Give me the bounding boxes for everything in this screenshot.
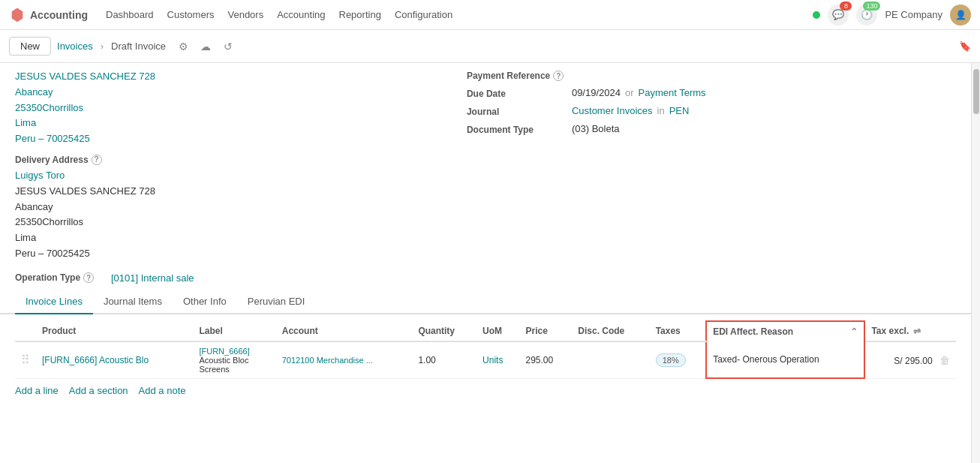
- currency-value: PEN: [669, 105, 690, 116]
- main-menu: Dashboard Customers Vendors Accounting R…: [106, 9, 452, 20]
- delivery-zip-city: 25350Chorrillos: [15, 215, 452, 230]
- settings-icon[interactable]: ⚙: [175, 38, 191, 55]
- app-logo[interactable]: Accounting: [9, 7, 88, 23]
- journal-label: Journal: [467, 105, 572, 117]
- disc-code-cell: [572, 341, 649, 379]
- menu-vendors[interactable]: Vendors: [227, 9, 263, 20]
- new-button[interactable]: New: [9, 37, 51, 56]
- edi-chevron-icon[interactable]: ⌃: [850, 326, 858, 337]
- left-column: JESUS VALDES SANCHEZ 728 Abancay 25350Ch…: [15, 69, 467, 268]
- tax-excl-value: S/ 295.00: [894, 356, 932, 366]
- address-line2: 25350Chorrillos: [15, 101, 452, 116]
- add-section-link[interactable]: Add a section: [69, 385, 128, 396]
- table-row: ⠿ [FURN_6666] Acoustic Blo [FURN_6666] A…: [15, 341, 956, 379]
- messages-button[interactable]: 💬 8: [828, 5, 849, 26]
- delivery-address-label: Delivery Address ?: [15, 155, 452, 165]
- operation-type-value[interactable]: [0101] Internal sale: [111, 272, 194, 284]
- menu-customers[interactable]: Customers: [167, 9, 215, 20]
- tax-excl-cell: S/ 295.00 🗑: [864, 341, 956, 379]
- payment-ref-help-icon[interactable]: ?: [553, 71, 564, 81]
- vertical-scrollbar[interactable]: [971, 63, 980, 463]
- delivery-address-lines: Luigys Toro JESUS VALDES SANCHEZ 728 Aba…: [15, 168, 452, 262]
- breadcrumb-icons: ⚙ ☁ ↺: [175, 38, 236, 55]
- messages-badge: 8: [840, 2, 852, 11]
- tax-badge[interactable]: 18%: [656, 353, 686, 367]
- disc-code-header: Disc. Code: [572, 321, 649, 341]
- menu-configuration[interactable]: Configuration: [395, 9, 452, 20]
- user-avatar[interactable]: 👤: [950, 5, 971, 26]
- breadcrumb-separator: ›: [101, 41, 104, 52]
- doc-type-row: Document Type (03) Boleta: [467, 123, 956, 135]
- label-line2: Acoustic Bloc: [199, 356, 269, 365]
- account-cell[interactable]: 7012100 Merchandise ...: [276, 341, 413, 379]
- delivery-street: JESUS VALDES SANCHEZ 728: [15, 184, 452, 200]
- tab-other-info[interactable]: Other Info: [173, 290, 237, 314]
- clock-icon: 🕐: [861, 9, 873, 20]
- form-top: JESUS VALDES SANCHEZ 728 Abancay 25350Ch…: [0, 63, 971, 272]
- address-line4: Peru – 70025425: [15, 131, 452, 147]
- edi-reason-cell[interactable]: Taxed- Onerous Operation: [706, 341, 864, 379]
- payment-terms-link[interactable]: Payment Terms: [639, 87, 706, 98]
- drag-col-header: [15, 321, 36, 341]
- bookmark-icon[interactable]: 🔖: [959, 41, 971, 52]
- product-header: Product: [36, 321, 193, 341]
- content-area: JESUS VALDES SANCHEZ 728 Abancay 25350Ch…: [0, 63, 971, 463]
- account-header: Account: [276, 321, 413, 341]
- breadcrumb-bar: New Invoices › Draft Invoice ⚙ ☁ ↺ 🔖: [0, 30, 980, 63]
- tabs-bar: Invoice Lines Journal Items Other Info P…: [0, 290, 971, 314]
- delivery-address-block: Delivery Address ? Luigys Toro JESUS VAL…: [15, 155, 452, 262]
- doc-type-label: Document Type: [467, 123, 572, 135]
- menu-accounting[interactable]: Accounting: [277, 9, 325, 20]
- cloud-icon[interactable]: ☁: [197, 38, 214, 55]
- in-text: in: [657, 105, 665, 116]
- drag-handle-cell[interactable]: ⠿: [15, 341, 36, 379]
- label-cell: [FURN_6666] Acoustic Bloc Screens: [193, 341, 275, 379]
- delivery-country: Peru – 70025425: [15, 246, 452, 262]
- edi-reason-header: EDI Affect. Reason ⌃: [706, 321, 864, 341]
- label-header: Label: [193, 321, 275, 341]
- delete-row-icon[interactable]: 🗑: [939, 354, 950, 366]
- tax-excl-settings-icon[interactable]: ⇌: [913, 326, 921, 336]
- due-date-label: Due Date: [467, 87, 572, 99]
- uom-cell[interactable]: Units: [476, 341, 519, 379]
- payment-ref-label: Payment Reference ?: [467, 69, 572, 81]
- breadcrumb-parent[interactable]: Invoices: [57, 41, 93, 52]
- doc-type-value[interactable]: (03) Boleta: [572, 123, 620, 134]
- journal-value[interactable]: Customer Invoices: [572, 105, 653, 116]
- menu-dashboard[interactable]: Dashboard: [106, 9, 154, 20]
- add-links-row: Add a line Add a section Add a note: [0, 379, 971, 402]
- menu-reporting[interactable]: Reporting: [339, 9, 381, 20]
- price-cell[interactable]: 295.00: [519, 341, 572, 379]
- due-date-value[interactable]: 09/19/2024: [572, 87, 621, 98]
- taxes-header: Taxes: [650, 321, 707, 341]
- undo-icon[interactable]: ↺: [220, 38, 236, 55]
- top-navigation: Accounting Dashboard Customers Vendors A…: [0, 0, 980, 30]
- online-status-indicator: [813, 11, 820, 19]
- activity-badge: 130: [863, 2, 880, 11]
- message-icon: 💬: [832, 9, 844, 20]
- operation-help-icon[interactable]: ?: [83, 272, 94, 283]
- delivery-help-icon[interactable]: ?: [92, 155, 102, 165]
- payment-ref-row: Payment Reference ?: [467, 69, 956, 81]
- tab-invoice-lines[interactable]: Invoice Lines: [15, 290, 93, 314]
- product-link[interactable]: [FURN_6666] Acoustic Blo: [42, 355, 149, 365]
- product-cell[interactable]: [FURN_6666] Acoustic Blo: [36, 341, 193, 379]
- invoice-table: Product Label Account Quantity UoM Price…: [15, 320, 956, 380]
- operation-type-label: Operation Type ?: [15, 272, 105, 283]
- price-header: Price: [519, 321, 572, 341]
- drag-handle-icon[interactable]: ⠿: [21, 353, 30, 366]
- uom-header: UoM: [476, 321, 519, 341]
- quantity-header: Quantity: [412, 321, 476, 341]
- activity-button[interactable]: 🕐 130: [856, 5, 877, 26]
- table-header-row: Product Label Account Quantity UoM Price…: [15, 321, 956, 341]
- add-note-link[interactable]: Add a note: [139, 385, 186, 396]
- scrollbar-thumb[interactable]: [973, 69, 979, 114]
- quantity-cell[interactable]: 1.00: [412, 341, 476, 379]
- label-line1: [FURN_6666]: [199, 347, 269, 356]
- tab-peruvian-edi[interactable]: Peruvian EDI: [237, 290, 316, 314]
- right-column: Payment Reference ? Due Date 09/19/2024 …: [467, 69, 956, 268]
- partial-name: JESUS VALDES SANCHEZ 728: [15, 69, 452, 85]
- add-line-link[interactable]: Add a line: [15, 385, 59, 396]
- tab-journal-items[interactable]: Journal Items: [93, 290, 173, 314]
- delivery-city: Abancay: [15, 200, 452, 215]
